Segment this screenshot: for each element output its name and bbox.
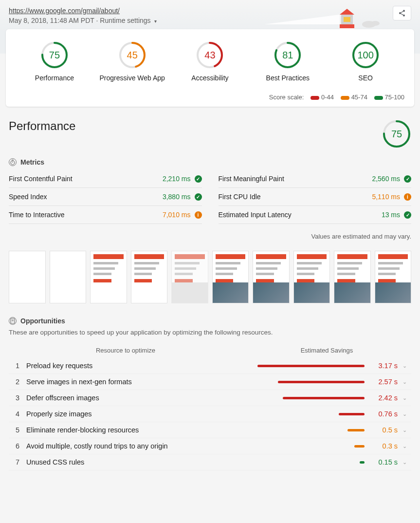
score-scale: Score scale: 0-44 45-74 75-100 (16, 93, 404, 101)
info-icon: i (404, 193, 411, 201)
metric-value: 2,210 ms (163, 175, 191, 183)
gauge-icon: 81 (274, 41, 302, 69)
share-icon (398, 9, 406, 17)
opportunity-index: 1 (9, 362, 26, 370)
opportunity-savings: 0.3 s (366, 442, 398, 450)
filmstrip-frame (171, 251, 208, 303)
opportunity-name: Eliminate render-blocking resources (26, 426, 242, 434)
chevron-down-icon: ⌄ (398, 443, 411, 449)
score-accessibility[interactable]: 43 Accessibility (171, 41, 249, 82)
check-icon: ✓ (404, 175, 411, 183)
gauge-icon: 43 (196, 41, 224, 69)
metric-name: Estimated Input Latency (219, 211, 292, 219)
opportunity-row[interactable]: 4 Properly size images 0.76 s ⌄ (9, 406, 411, 422)
opportunity-savings: 2.42 s (366, 394, 398, 402)
opportunities-description: These are opportunities to speed up your… (9, 329, 411, 336)
opportunity-row[interactable]: 3 Defer offscreen images 2.42 s ⌄ (9, 390, 411, 406)
chevron-down-icon: ⌄ (398, 411, 411, 417)
metric-row: First CPU Idle 5,110 ms i (219, 188, 412, 206)
score-value: 75 (40, 41, 69, 69)
metric-row: Time to Interactive 7,010 ms i (9, 206, 202, 224)
filmstrip-frame (334, 251, 371, 303)
metric-value: 2,560 ms (372, 175, 400, 183)
opportunity-savings: 2.57 s (366, 378, 398, 386)
opportunity-row[interactable]: 5 Eliminate render-blocking resources 0.… (9, 422, 411, 438)
metric-name: First CPU Idle (219, 193, 261, 201)
opportunities-heading: Opportunities (9, 317, 411, 325)
chevron-down-icon: ⌄ (398, 363, 411, 369)
score-label: Progressive Web App (100, 74, 165, 82)
opportunity-row[interactable]: 1 Preload key requests 3.17 s ⌄ (9, 358, 411, 374)
opportunity-bar (242, 397, 366, 399)
score-performance[interactable]: 75 Performance (16, 41, 93, 82)
score-value: 43 (196, 41, 224, 69)
metric-row: Speed Index 3,880 ms ✓ (9, 188, 202, 206)
opportunity-bar (242, 413, 366, 415)
performance-section: Performance 75 Metrics First Contentful … (0, 107, 420, 470)
opportunity-name: Serve images in next-gen formats (26, 378, 242, 386)
scores-card: 75 Performance 45 Progressive Web App 43… (6, 29, 414, 107)
svg-line-3 (401, 11, 403, 13)
check-icon: ✓ (195, 193, 202, 201)
report-timestamp: May 8, 2018, 11:48 AM PDT (9, 17, 94, 24)
section-score-value: 75 (382, 119, 411, 149)
svg-point-1 (399, 12, 401, 14)
opportunity-index: 7 (9, 458, 26, 466)
opportunity-row[interactable]: 6 Avoid multiple, costly round trips to … (9, 438, 411, 454)
opportunity-name: Avoid multiple, costly round trips to an… (26, 442, 242, 450)
opportunity-bar (242, 461, 366, 464)
filmstrip-frame (253, 251, 290, 303)
metric-value: 5,110 ms (372, 193, 400, 201)
runtime-settings-toggle[interactable]: Runtime settings ▾ (100, 17, 157, 24)
metric-row: First Contentful Paint 2,210 ms ✓ (9, 170, 202, 188)
filmstrip-frame (131, 251, 168, 303)
score-value: 81 (274, 41, 302, 69)
stopwatch-icon (9, 158, 17, 166)
filmstrip-frame (375, 251, 412, 303)
filmstrip-frame (212, 251, 249, 303)
score-label: Performance (35, 74, 74, 82)
metric-name: Speed Index (9, 193, 47, 201)
chevron-down-icon: ⌄ (398, 379, 411, 385)
col-savings: Estimated Savings (242, 347, 411, 354)
metric-row: Estimated Input Latency 13 ms ✓ (219, 206, 412, 224)
metric-value: 3,880 ms (163, 193, 191, 201)
metric-name: Time to Interactive (9, 211, 65, 219)
audited-url[interactable]: https://www.google.com/gmail/about/ (9, 7, 411, 15)
svg-point-0 (403, 10, 405, 12)
opportunity-name: Properly size images (26, 410, 242, 418)
opportunity-bar (242, 445, 366, 448)
opportunity-row[interactable]: 2 Serve images in next-gen formats 2.57 … (9, 374, 411, 390)
filmstrip-frame (90, 251, 127, 303)
opportunity-bar (242, 381, 366, 383)
section-title: Performance (9, 119, 75, 133)
score-label: SEO (358, 74, 373, 82)
score-value: 45 (118, 41, 146, 69)
gauge-icon: 75 (40, 41, 69, 69)
opportunity-name: Preload key requests (26, 362, 242, 370)
score-label: Best Practices (266, 74, 310, 82)
opportunity-index: 2 (9, 378, 26, 386)
score-seo[interactable]: 100 SEO (327, 41, 404, 82)
score-progressive-web-app[interactable]: 45 Progressive Web App (93, 41, 171, 82)
metric-row: First Meaningful Paint 2,560 ms ✓ (219, 170, 412, 188)
score-best-practices[interactable]: 81 Best Practices (249, 41, 327, 82)
filmstrip-frame (9, 251, 46, 303)
opportunity-savings: 0.15 s (366, 458, 398, 466)
metric-name: First Contentful Paint (9, 175, 73, 183)
gauge-icon: 100 (351, 41, 380, 69)
opportunity-name: Defer offscreen images (26, 394, 242, 402)
opportunity-row[interactable]: 7 Unused CSS rules 0.15 s ⌄ (9, 454, 411, 470)
gauge-icon: 45 (118, 41, 146, 69)
opportunity-savings: 3.17 s (366, 362, 398, 370)
share-button[interactable] (393, 6, 411, 20)
report-meta: May 8, 2018, 11:48 AM PDT · Runtime sett… (9, 17, 411, 24)
info-icon: i (195, 211, 202, 219)
metric-name: First Meaningful Paint (219, 175, 284, 183)
opportunity-index: 5 (9, 426, 26, 434)
opportunity-bar (242, 365, 366, 367)
filmstrip (9, 251, 411, 303)
check-icon: ✓ (195, 175, 202, 183)
score-label: Accessibility (191, 74, 228, 82)
opportunity-index: 3 (9, 394, 26, 402)
